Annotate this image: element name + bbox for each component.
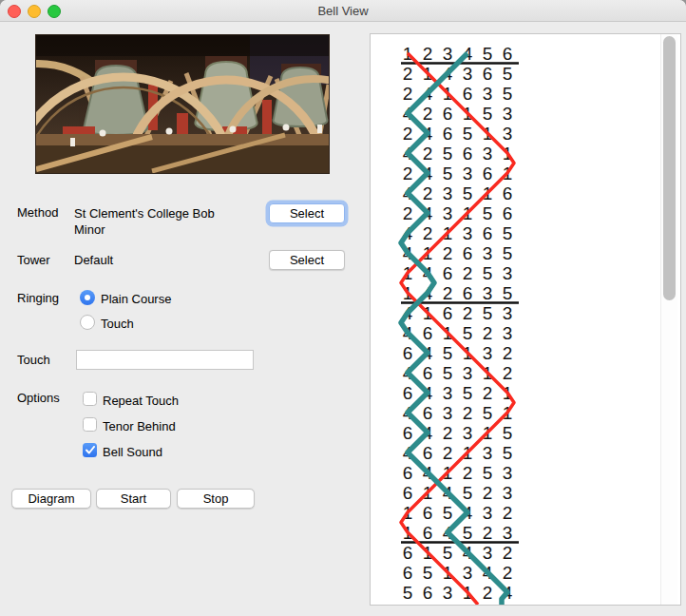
svg-text:5: 5 <box>503 64 513 84</box>
bells-photo <box>36 35 329 173</box>
svg-text:5: 5 <box>503 443 513 463</box>
svg-text:2: 2 <box>423 144 433 164</box>
radio-touch[interactable] <box>80 315 95 330</box>
svg-text:2: 2 <box>483 483 493 503</box>
stop-button[interactable]: Stop <box>177 489 255 509</box>
svg-text:5: 5 <box>483 104 493 124</box>
svg-text:6: 6 <box>403 463 413 483</box>
svg-text:2: 2 <box>443 283 453 303</box>
svg-text:5: 5 <box>503 223 513 243</box>
svg-text:2: 2 <box>483 383 493 403</box>
svg-text:2: 2 <box>423 44 433 64</box>
svg-text:3: 3 <box>443 583 453 603</box>
svg-text:3: 3 <box>483 543 493 563</box>
svg-text:3: 3 <box>503 124 513 144</box>
svg-text:2: 2 <box>443 423 453 443</box>
svg-text:5: 5 <box>463 323 473 343</box>
checkbox-bell-sound-label[interactable]: Bell Sound <box>103 445 162 459</box>
checkbox-tenor-behind-label[interactable]: Tenor Behind <box>103 419 176 433</box>
svg-text:6: 6 <box>403 423 413 443</box>
window-title: Bell View <box>0 4 686 18</box>
svg-text:6: 6 <box>423 523 433 543</box>
method-value: St Clement's College Bob Minor <box>74 205 247 238</box>
method-select-button[interactable]: Select <box>269 203 345 223</box>
svg-text:3: 3 <box>483 283 493 303</box>
svg-text:6: 6 <box>463 84 473 104</box>
radio-plain-course[interactable] <box>80 290 95 305</box>
svg-text:3: 3 <box>443 383 453 403</box>
svg-text:2: 2 <box>483 323 493 343</box>
svg-text:6: 6 <box>423 503 433 523</box>
svg-text:5: 5 <box>443 543 453 563</box>
svg-text:5: 5 <box>483 263 493 283</box>
svg-text:3: 3 <box>443 203 453 223</box>
svg-text:3: 3 <box>463 363 473 383</box>
svg-text:5: 5 <box>463 183 473 203</box>
title-bar[interactable]: Bell View <box>0 0 686 22</box>
svg-text:2: 2 <box>503 563 513 583</box>
scrollbar-thumb[interactable] <box>663 36 676 300</box>
checkbox-tenor-behind[interactable] <box>83 417 97 432</box>
svg-text:2: 2 <box>463 463 473 483</box>
svg-text:5: 5 <box>503 423 513 443</box>
svg-text:6: 6 <box>403 483 413 503</box>
checkbox-repeat-touch[interactable] <box>83 392 97 406</box>
svg-text:5: 5 <box>443 144 453 164</box>
svg-text:2: 2 <box>423 183 433 203</box>
svg-text:2: 2 <box>463 403 473 423</box>
svg-text:2: 2 <box>403 84 413 104</box>
svg-text:5: 5 <box>463 523 473 543</box>
svg-text:2: 2 <box>443 443 453 463</box>
tower-select-button[interactable]: Select <box>269 250 345 270</box>
method-grid: 1234562143652416354261532465134256312453… <box>371 34 660 605</box>
svg-text:3: 3 <box>483 443 493 463</box>
svg-text:5: 5 <box>483 303 493 323</box>
radio-touch-label[interactable]: Touch <box>101 317 134 331</box>
svg-text:2: 2 <box>423 104 433 124</box>
svg-text:6: 6 <box>503 183 513 203</box>
svg-text:3: 3 <box>463 223 473 243</box>
diagram-button[interactable]: Diagram <box>11 489 91 509</box>
svg-text:6: 6 <box>443 263 453 283</box>
svg-text:5: 5 <box>463 483 473 503</box>
scrollbar-track[interactable] <box>660 34 677 605</box>
radio-plain-course-label[interactable]: Plain Course <box>101 292 171 306</box>
svg-text:6: 6 <box>403 543 413 563</box>
svg-text:3: 3 <box>483 84 493 104</box>
svg-text:5: 5 <box>483 44 493 64</box>
svg-text:2: 2 <box>503 503 513 523</box>
svg-text:5: 5 <box>503 243 513 263</box>
svg-text:5: 5 <box>403 583 413 603</box>
touch-input[interactable] <box>76 350 254 370</box>
svg-text:5: 5 <box>443 363 453 383</box>
svg-text:5: 5 <box>463 383 473 403</box>
svg-text:6: 6 <box>483 164 493 183</box>
svg-text:3: 3 <box>463 423 473 443</box>
method-label: Method <box>17 205 58 220</box>
svg-text:3: 3 <box>463 563 473 583</box>
svg-text:6: 6 <box>423 363 433 383</box>
svg-text:2: 2 <box>443 243 453 263</box>
method-grid-panel: 1234562143652416354261532465134256312453… <box>370 33 681 606</box>
svg-text:3: 3 <box>503 104 513 124</box>
start-button[interactable]: Start <box>96 489 171 509</box>
svg-text:5: 5 <box>483 463 493 483</box>
svg-text:5: 5 <box>483 203 493 223</box>
checkbox-bell-sound[interactable] <box>83 443 97 457</box>
svg-text:6: 6 <box>463 144 473 164</box>
svg-text:6: 6 <box>463 243 473 263</box>
svg-text:6: 6 <box>443 303 453 323</box>
svg-text:6: 6 <box>403 383 413 403</box>
svg-text:2: 2 <box>483 523 493 543</box>
checkbox-repeat-touch-label[interactable]: Repeat Touch <box>103 394 179 408</box>
svg-text:3: 3 <box>503 523 513 543</box>
svg-text:5: 5 <box>463 124 473 144</box>
svg-text:3: 3 <box>503 483 513 503</box>
svg-text:6: 6 <box>443 104 453 124</box>
tower-label: Tower <box>17 253 50 267</box>
svg-text:3: 3 <box>463 164 473 183</box>
svg-text:3: 3 <box>483 343 493 363</box>
svg-text:3: 3 <box>443 44 453 64</box>
svg-text:2: 2 <box>463 303 473 323</box>
svg-text:6: 6 <box>483 223 493 243</box>
